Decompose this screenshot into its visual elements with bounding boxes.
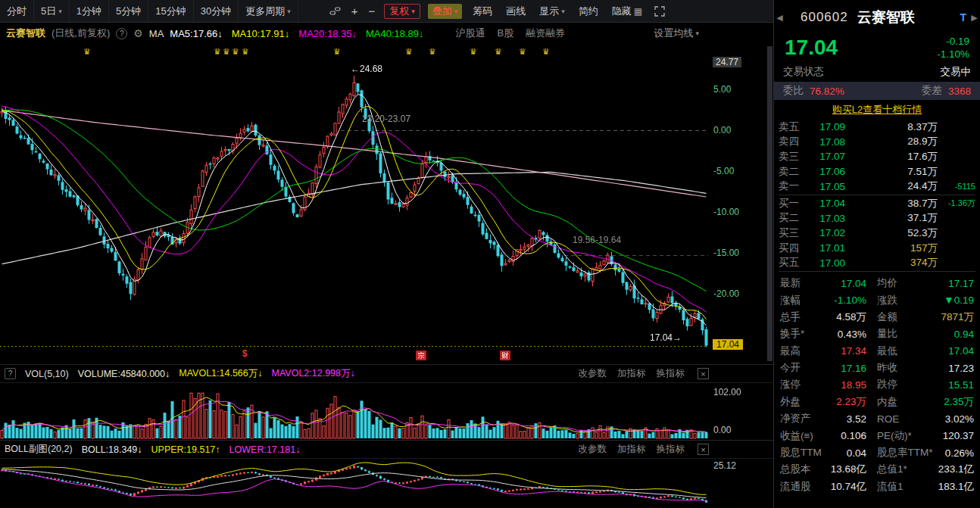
chouma-button[interactable]: 筹码 [466, 0, 499, 22]
orderbook-sell-row-3[interactable]: 卖三17.0717.6万 [779, 149, 975, 164]
pane-action-button[interactable]: 换指标 [657, 443, 685, 456]
event-flag-icon[interactable]: ♛ [242, 48, 249, 56]
pane-action-button[interactable]: 改参数 [579, 367, 607, 380]
collapse-left-icon[interactable]: ◀ [774, 13, 785, 23]
period-button-5[interactable]: 30分钟 [194, 0, 239, 22]
orderbook-price: 17.00 [807, 257, 845, 269]
pane-action-button[interactable]: 改参数 [579, 443, 607, 456]
chevron-down-icon: ▾ [454, 8, 458, 15]
event-flag-icon[interactable]: ♛ [405, 48, 413, 56]
event-flag-icon[interactable]: ♛ [519, 48, 526, 56]
collapse-right-icon[interactable]: ▶ [969, 13, 980, 23]
stat-label: 净资产 [780, 412, 829, 425]
orderbook-buy-row-4[interactable]: 买四17.01157万 [779, 241, 975, 256]
vol-indicator-name[interactable]: VOL(5,10) [25, 369, 69, 379]
period-button-0[interactable]: 分时 [0, 0, 34, 22]
market-links: 沪股通B股融资融券 [456, 26, 566, 40]
ma-label[interactable]: MA [149, 28, 164, 39]
event-marker-badge[interactable]: 财 [500, 351, 510, 360]
period-button-4[interactable]: 15分钟 [148, 0, 193, 22]
huaxian-button[interactable]: 画线 [499, 0, 532, 22]
ma-settings-button[interactable]: 设置均线▾ [654, 26, 699, 40]
boll-chart[interactable]: 25.12 [0, 459, 773, 508]
pane-action-button[interactable]: 加指标 [617, 443, 646, 456]
vol-pane-actions: 改参数加指标换指标 [579, 367, 685, 380]
period-label: 5日 [41, 5, 56, 18]
trading-app: 分时5日▾1分钟5分钟15分钟30分钟更多周期▾ + − 复权▾ 叠加▾ 筹码 … [0, 0, 980, 508]
orderbook-price: 17.01 [807, 242, 845, 254]
orderbook-buy-row-2[interactable]: 买二17.0337.1万 [779, 211, 975, 226]
xianshi-button[interactable]: 显示▾ [532, 0, 572, 22]
market-link-1[interactable]: B股 [498, 26, 514, 40]
orderbook-volume: 8.37万 [845, 120, 938, 134]
help-icon[interactable]: ? [5, 368, 16, 379]
orderbook-level-label: 卖四 [779, 135, 807, 148]
event-marker-badge[interactable]: 宗 [416, 351, 426, 360]
period-button-1[interactable]: 5日▾ [34, 0, 70, 22]
event-flag-icon[interactable]: ♛ [232, 48, 239, 56]
gear-icon[interactable]: ⚙ [133, 27, 143, 39]
stock-title: 云赛智联 [6, 26, 45, 40]
event-flag-icon[interactable]: ♛ [542, 48, 550, 56]
help-icon[interactable]: ? [116, 28, 127, 39]
orderbook-level-label: 买三 [779, 226, 807, 240]
period-label: 15分钟 [155, 5, 186, 18]
axis-current-price: 17.04 [713, 339, 743, 350]
volume-chart[interactable]: 102.00 0.00 [0, 383, 773, 441]
orderbook-sell-row-5[interactable]: 卖一17.0524.4万-5115 [779, 179, 975, 194]
price-change: -0.19 -1.10% [937, 35, 969, 61]
stat-label: 最新 [780, 276, 829, 290]
mavol2-value: MAVOL2:12.998万↓ [272, 367, 355, 380]
candlestick-chart[interactable]: ♛♛♛♛♛♛♛♛♛♛♛♛ $宗财 ←24.68 23.20-23.07 19.5… [0, 44, 773, 365]
period-label: 30分钟 [201, 5, 231, 18]
ma-value-2: MA10:17.91↓ [232, 28, 290, 39]
zoom-in-button[interactable]: + [346, 5, 364, 17]
pane-action-button[interactable]: 加指标 [617, 367, 646, 380]
event-flag-icon[interactable]: ♛ [495, 48, 502, 56]
weibi-value: 76.82% [810, 86, 844, 97]
orderbook-price: 17.07 [807, 151, 845, 162]
event-flag-icon[interactable]: ♛ [83, 48, 91, 56]
event-flag-icon[interactable]: ♛ [223, 48, 230, 56]
orderbook-buy-row-1[interactable]: 买一17.0438.7万-1.36万 [779, 196, 975, 211]
diejia-button[interactable]: 叠加▾ [428, 4, 463, 19]
orderbook-volume: 38.7万 [845, 197, 938, 210]
orderbook-buy-row-3[interactable]: 买三17.0252.3万 [779, 226, 975, 241]
period-label: 分时 [7, 5, 27, 18]
boll-indicator-name[interactable]: BOLL副图(20,2) [5, 443, 73, 456]
orderbook-sell-row-4[interactable]: 卖二17.067.51万 [779, 164, 975, 179]
event-flag-icon[interactable]: ♛ [214, 48, 221, 56]
zoom-out-button[interactable]: − [363, 5, 380, 17]
link-chart-icon[interactable] [324, 5, 346, 17]
volume-canvas[interactable] [0, 383, 712, 440]
boll-canvas[interactable] [0, 459, 712, 507]
t-badge[interactable]: T [960, 11, 966, 23]
orderbook-volume: 37.1万 [845, 211, 938, 225]
period-button-6[interactable]: 更多周期▾ [239, 0, 298, 22]
orderbook-sell-row-2[interactable]: 卖四17.0828.9万 [779, 135, 975, 150]
market-link-2[interactable]: 融资融券 [526, 26, 565, 40]
event-flag-icon[interactable]: ♛ [470, 48, 477, 56]
orderbook-buy-row-5[interactable]: 买五17.00374万 [779, 255, 975, 270]
period-button-2[interactable]: 1分钟 [70, 0, 109, 22]
fullscreen-icon[interactable] [649, 6, 670, 17]
market-link-0[interactable]: 沪股通 [456, 26, 485, 40]
yincang-button[interactable]: 隐藏▦ [605, 0, 649, 22]
l2-quote-link[interactable]: 购买L2查看十档行情 [774, 100, 980, 120]
stat-value: 7871万 [936, 310, 974, 324]
candlestick-canvas[interactable] [0, 44, 712, 364]
event-flag-icon[interactable]: ♛ [429, 48, 436, 56]
event-marker-icon[interactable]: $ [242, 349, 248, 359]
orderbook-sell-row-1[interactable]: 卖五17.098.37万 [779, 120, 975, 135]
jianyue-button[interactable]: 简约 [572, 0, 605, 22]
pane-action-button[interactable]: 换指标 [657, 367, 685, 380]
period-button-3[interactable]: 5分钟 [109, 0, 148, 22]
event-flag-icon[interactable]: ♛ [333, 48, 341, 56]
close-icon[interactable]: × [698, 368, 709, 379]
stat-row-3: 总手4.58万金额7871万 [780, 309, 974, 326]
chart-scrollbar[interactable] [767, 46, 772, 361]
fuquan-button[interactable]: 复权▾ [384, 4, 420, 19]
close-icon[interactable]: × [698, 444, 709, 455]
scrollbar-thumb[interactable] [767, 46, 772, 361]
stat-label: 今开 [780, 361, 829, 375]
